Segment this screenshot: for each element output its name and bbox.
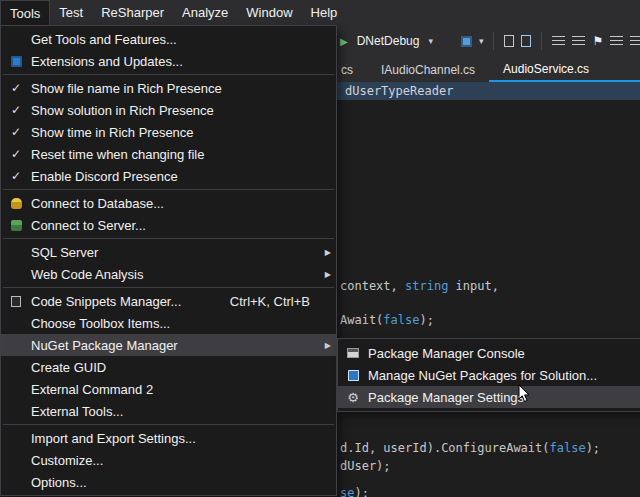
menu-tools[interactable]: Tools <box>0 0 50 25</box>
menu-item-customize[interactable]: Customize... <box>1 449 336 471</box>
attach-to-process-icon[interactable] <box>461 36 472 47</box>
menu-item-nuget-package-manager[interactable]: NuGet Package Manager ▶ <box>1 334 336 356</box>
start-debug-icon[interactable]: ▶ <box>340 36 348 47</box>
mouse-cursor <box>518 384 532 404</box>
menu-item-options[interactable]: Options... <box>1 471 336 493</box>
tab-audioservice[interactable]: AudioService.cs <box>489 57 640 82</box>
menu-separator <box>3 287 334 288</box>
document-icon[interactable] <box>504 35 514 47</box>
menu-window[interactable]: Window <box>237 0 301 25</box>
menu-resharper[interactable]: ReSharper <box>92 0 173 25</box>
snippets-icon <box>11 296 21 307</box>
chevron-down-icon[interactable]: ▾ <box>428 36 433 46</box>
submenu-arrow-icon: ▶ <box>325 248 336 257</box>
gear-icon: ⚙ <box>347 391 359 404</box>
menu-item-connect-to-server[interactable]: Connect to Server... <box>1 214 336 236</box>
menu-item-show-time[interactable]: ✓ Show time in Rich Presence <box>1 121 336 143</box>
extensions-icon <box>11 56 22 67</box>
code-line: context, string input, <box>340 279 499 293</box>
menu-bar: Tools Test ReSharper Analyze Window Help <box>0 0 640 25</box>
bookmark-icon[interactable]: ⚑ <box>592 35 603 47</box>
menu-test[interactable]: Test <box>50 0 92 25</box>
code-line: dUser); <box>340 459 391 473</box>
tab-label: cs <box>341 63 353 77</box>
document-preview-icon[interactable] <box>521 35 531 47</box>
tools-menu: Get Tools and Features... Extensions and… <box>0 25 337 496</box>
checkmark-icon: ✓ <box>11 104 21 116</box>
indent-increase-icon[interactable] <box>572 36 585 46</box>
tab-partial-file[interactable]: cs <box>341 57 367 82</box>
shortcut-label: Ctrl+K, Ctrl+B <box>230 294 336 309</box>
menu-item-show-file-name[interactable]: ✓ Show file name in Rich Presence <box>1 77 336 99</box>
menu-help[interactable]: Help <box>302 0 347 25</box>
tab-label: IAudioChannel.cs <box>381 63 475 77</box>
menu-item-show-solution[interactable]: ✓ Show solution in Rich Presence <box>1 99 336 121</box>
indent-decrease-icon[interactable] <box>552 36 565 46</box>
selected-line-text: dUserTypeReader <box>345 84 453 98</box>
checkmark-icon: ✓ <box>11 148 21 160</box>
menu-item-get-tools-and-features[interactable]: Get Tools and Features... <box>1 28 336 50</box>
menu-item-import-export-settings[interactable]: Import and Export Settings... <box>1 427 336 449</box>
nuget-submenu: Package Manager Console Manage NuGet Pac… <box>337 338 640 412</box>
menu-item-external-tools[interactable]: External Tools... <box>1 400 336 422</box>
menu-analyze[interactable]: Analyze <box>173 0 237 25</box>
toolbar-separator <box>541 32 542 50</box>
menu-separator <box>3 424 334 425</box>
toolbar-separator <box>493 32 494 50</box>
comment-lines-icon[interactable] <box>610 36 623 46</box>
menu-separator <box>3 189 334 190</box>
tab-iaudiochannel[interactable]: IAudioChannel.cs <box>367 57 489 82</box>
menu-item-reset-time[interactable]: ✓ Reset time when changing file <box>1 143 336 165</box>
submenu-item-manage-nuget-packages[interactable]: Manage NuGet Packages for Solution... <box>338 364 640 386</box>
menu-item-connect-to-database[interactable]: Connect to Database... <box>1 192 336 214</box>
submenu-item-package-manager-console[interactable]: Package Manager Console <box>338 342 640 364</box>
menu-item-create-guid[interactable]: Create GUID <box>1 356 336 378</box>
code-line: d.Id, userId).ConfigureAwait(false); <box>340 441 600 455</box>
submenu-arrow-icon: ▶ <box>325 341 336 350</box>
menu-item-extensions-and-updates[interactable]: Extensions and Updates... <box>1 50 336 72</box>
run-config-label[interactable]: DNetDebug <box>357 34 420 48</box>
console-icon <box>347 348 359 358</box>
visual-studio-window: Tools Test ReSharper Analyze Window Help… <box>0 0 640 497</box>
code-line: Await(false); <box>340 313 434 327</box>
packages-icon <box>348 370 359 381</box>
checkmark-icon: ✓ <box>11 82 21 94</box>
database-icon <box>11 198 22 209</box>
chevron-down-icon[interactable]: ▾ <box>479 36 484 46</box>
menu-item-code-snippets-manager[interactable]: Code Snippets Manager... Ctrl+K, Ctrl+B <box>1 290 336 312</box>
menu-item-enable-discord-presence[interactable]: ✓ Enable Discord Presence <box>1 165 336 187</box>
submenu-arrow-icon: ▶ <box>325 270 336 279</box>
menu-item-external-command-2[interactable]: External Command 2 <box>1 378 336 400</box>
menu-item-choose-toolbox-items[interactable]: Choose Toolbox Items... <box>1 312 336 334</box>
checkmark-icon: ✓ <box>11 126 21 138</box>
server-icon <box>11 220 22 231</box>
code-line: se); <box>340 486 369 497</box>
tab-label: AudioService.cs <box>503 62 589 76</box>
menu-item-sql-server[interactable]: SQL Server ▶ <box>1 241 336 263</box>
selected-line: dUserTypeReader <box>337 82 640 100</box>
uncomment-lines-icon[interactable] <box>630 36 640 46</box>
checkmark-icon: ✓ <box>11 170 21 182</box>
menu-separator <box>3 74 334 75</box>
menu-item-web-code-analysis[interactable]: Web Code Analysis ▶ <box>1 263 336 285</box>
submenu-item-package-manager-settings[interactable]: ⚙ Package Manager Settings <box>338 386 640 408</box>
menu-separator <box>3 238 334 239</box>
